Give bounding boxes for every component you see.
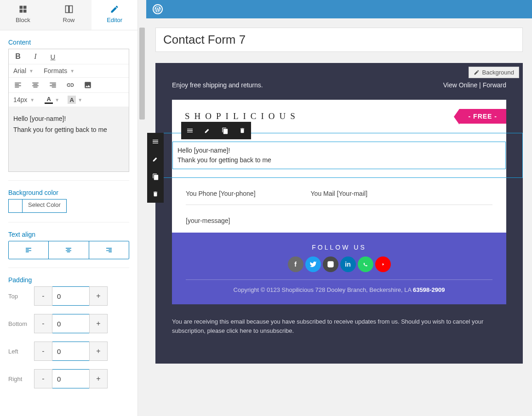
row-toolbar xyxy=(147,133,164,203)
padding-top-input[interactable] xyxy=(52,286,89,306)
padding-bottom-label: Bottom xyxy=(8,320,34,327)
padding-top-decrement[interactable]: - xyxy=(34,286,52,306)
block-line: Thank you for getting back to me xyxy=(177,155,501,165)
footer-divider xyxy=(186,279,492,280)
chevron-down-icon: ▼ xyxy=(55,97,59,103)
underline-button[interactable]: U xyxy=(48,52,57,61)
bg-color-button[interactable]: A▼ xyxy=(68,96,82,104)
block-line: Hello [your-name]! xyxy=(177,146,501,155)
editor-textarea[interactable]: Hello [your-name]! Thank you for getting… xyxy=(9,107,129,171)
padding-left-increment[interactable]: + xyxy=(89,342,108,361)
link-button[interactable] xyxy=(66,80,75,90)
italic-button[interactable]: I xyxy=(31,52,40,61)
phone-text: You Phone [Your-phone] xyxy=(186,190,256,197)
editor-sidebar: Block Row Editor Content B I U Arial▼ Fo… xyxy=(0,0,138,416)
mail-text: You Mail [Your-mail] xyxy=(311,190,367,197)
twitter-icon[interactable] xyxy=(305,256,321,272)
email-footer: FOLLOW US f in Copyright © 0123 Shopilic… xyxy=(172,233,506,304)
color-swatch xyxy=(9,199,23,212)
facebook-icon[interactable]: f xyxy=(288,256,303,272)
social-icons: f in xyxy=(186,256,492,272)
instagram-icon[interactable] xyxy=(323,256,338,272)
padding-left-decrement[interactable]: - xyxy=(34,342,52,361)
select-color-label: Select Color xyxy=(23,199,66,212)
bgcolor-picker[interactable]: Select Color xyxy=(8,199,67,213)
fontsize-select[interactable]: 14px▼ xyxy=(13,96,36,103)
sidebar-scrollbar[interactable] xyxy=(138,0,146,416)
free-badge: - FREE - xyxy=(459,109,506,124)
background-button[interactable]: Background xyxy=(469,67,519,78)
align-left-button[interactable] xyxy=(13,80,23,90)
padding-right-increment[interactable]: + xyxy=(89,369,108,388)
disclaimer-text: You are receiving this email because you… xyxy=(155,304,523,348)
align-center-option[interactable] xyxy=(48,241,88,259)
pencil-icon xyxy=(474,69,480,75)
block-duplicate-button[interactable] xyxy=(216,122,234,139)
message-text: [your-message] xyxy=(172,205,506,233)
row-duplicate-button[interactable] xyxy=(147,168,164,185)
padding-bottom-input[interactable] xyxy=(52,314,89,333)
tab-row[interactable]: Row xyxy=(46,0,92,30)
svg-rect-3 xyxy=(23,10,27,13)
formats-select[interactable]: Formats▼ xyxy=(44,67,76,74)
columns-icon xyxy=(64,5,74,14)
padding-bottom-decrement[interactable]: - xyxy=(34,314,52,333)
svg-point-7 xyxy=(329,263,332,265)
shipping-text: Enjoy free shipping and returns. xyxy=(172,81,263,89)
tab-editor[interactable]: Editor xyxy=(92,0,137,30)
template-title-input[interactable]: Contact Form 7 xyxy=(155,28,523,52)
text-color-button[interactable]: A▼ xyxy=(45,96,59,104)
forward-link[interactable]: Forward xyxy=(483,81,506,89)
scrollbar-thumb[interactable] xyxy=(139,28,145,120)
selected-row: Hello [your-name]! Thank you for getting… xyxy=(172,133,506,178)
tab-row-label: Row xyxy=(63,17,75,23)
padding-right-input[interactable] xyxy=(52,369,89,388)
padding-bottom-increment[interactable]: + xyxy=(89,314,108,333)
brand-logo-text: SHOPILICIOUS xyxy=(185,111,300,121)
row-edit-button[interactable] xyxy=(147,150,164,168)
block-drag-handle[interactable] xyxy=(181,122,199,139)
topbar xyxy=(146,0,532,18)
align-left-option[interactable] xyxy=(9,241,48,259)
tab-block[interactable]: Block xyxy=(0,0,46,30)
view-online-link[interactable]: View Online xyxy=(443,81,477,89)
padding-right-decrement[interactable]: - xyxy=(34,369,52,388)
content-area: Contact Form 7 Background Enjoy free shi… xyxy=(146,18,532,373)
chevron-down-icon: ▼ xyxy=(30,97,34,103)
copyright-text: Copyright © 0123 Shopilicious 728 Dooley… xyxy=(186,286,492,293)
row-drag-handle[interactable] xyxy=(147,133,164,150)
background-button-label: Background xyxy=(482,69,514,76)
email-header-bar: Enjoy free shipping and returns. View On… xyxy=(155,81,523,100)
tab-editor-label: Editor xyxy=(107,17,122,23)
chevron-down-icon: ▼ xyxy=(78,97,82,103)
linkedin-icon[interactable]: in xyxy=(340,256,356,272)
svg-point-8 xyxy=(332,262,332,263)
font-select[interactable]: Arial▼ xyxy=(13,67,35,74)
row-delete-button[interactable] xyxy=(147,185,164,203)
padding-top-label: Top xyxy=(8,293,34,300)
padding-left-input[interactable] xyxy=(52,342,89,361)
youtube-icon[interactable] xyxy=(375,256,391,272)
editor-line: Thank you for getting back to me xyxy=(13,125,124,136)
bold-button[interactable]: B xyxy=(13,52,23,61)
block-delete-button[interactable] xyxy=(234,122,251,139)
align-right-button[interactable] xyxy=(48,80,57,90)
grid-icon xyxy=(18,5,28,14)
image-button[interactable] xyxy=(83,80,92,90)
selected-text-block[interactable]: Hello [your-name]! Thank you for getting… xyxy=(172,142,506,169)
padding-controls: Top - + Bottom - + Left - + Right - + xyxy=(8,286,129,388)
svg-rect-2 xyxy=(19,10,23,13)
svg-rect-4 xyxy=(65,6,69,13)
align-right-option[interactable] xyxy=(89,241,129,259)
email-canvas: Background Enjoy free shipping and retur… xyxy=(155,63,523,364)
wordpress-logo-icon[interactable] xyxy=(153,4,163,14)
textalign-title: Text align xyxy=(8,231,129,238)
contact-info-row: You Phone [Your-phone] You Mail [Your-ma… xyxy=(172,178,506,202)
align-center-button[interactable] xyxy=(31,80,40,90)
svg-rect-1 xyxy=(23,6,27,9)
main-area: Contact Form 7 Background Enjoy free shi… xyxy=(146,0,532,416)
block-edit-button[interactable] xyxy=(199,122,216,139)
whatsapp-icon[interactable] xyxy=(358,256,373,272)
rich-text-editor: B I U Arial▼ Formats▼ 14px▼ A▼ A▼ H xyxy=(8,49,129,172)
padding-top-increment[interactable]: + xyxy=(89,286,108,306)
